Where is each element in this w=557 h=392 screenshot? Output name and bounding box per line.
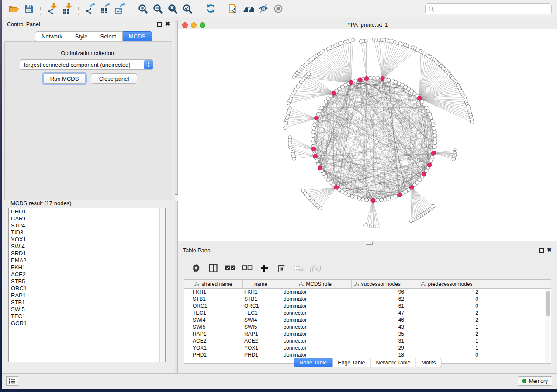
- graph-node[interactable]: [311, 138, 315, 141]
- graph-mcds-node-ACE2[interactable]: [409, 186, 414, 190]
- graph-node[interactable]: [380, 198, 383, 202]
- graph-satellite-node[interactable]: [301, 189, 305, 192]
- cell-shared-name[interactable]: SWI5: [184, 323, 243, 330]
- cell-predecessor-nodes[interactable]: 2: [409, 316, 484, 323]
- float-panel-icon[interactable]: [157, 22, 162, 27]
- graph-mcds-node-PMA2[interactable]: [422, 172, 426, 177]
- mcds-result-item[interactable]: ACE2: [9, 271, 165, 278]
- tab-edge-table[interactable]: Edge Table: [332, 358, 370, 367]
- graph-node[interactable]: [344, 83, 347, 87]
- graph-node[interactable]: [376, 199, 379, 202]
- vertical-splitter[interactable]: [175, 20, 178, 373]
- graph-mcds-node-STB1[interactable]: [349, 80, 353, 85]
- share-document-icon[interactable]: [228, 3, 239, 14]
- zoom-selected-icon[interactable]: [182, 3, 193, 14]
- graph-node[interactable]: [368, 76, 372, 80]
- cell-mcds-role[interactable]: connector: [279, 309, 352, 316]
- graph-node[interactable]: [347, 193, 350, 196]
- cell-successor-nodes[interactable]: 47: [352, 309, 409, 316]
- cell-name[interactable]: ACE2: [243, 337, 279, 344]
- column-header-successor-nodes[interactable]: successor nodes⌄: [352, 280, 409, 288]
- cell-mcds-role[interactable]: dominator: [279, 303, 352, 309]
- graph-node[interactable]: [350, 195, 354, 198]
- network-graph[interactable]: [178, 30, 557, 241]
- cell-successor-nodes[interactable]: 62: [352, 296, 409, 303]
- save-icon[interactable]: [23, 3, 35, 14]
- zoom-out-icon[interactable]: [152, 3, 163, 14]
- column-header-shared-name[interactable]: shared name: [184, 280, 243, 288]
- cell-shared-name[interactable]: YOX1: [184, 344, 243, 351]
- graph-node[interactable]: [397, 82, 401, 85]
- graph-node[interactable]: [428, 112, 431, 116]
- tab-motifs[interactable]: Motifs: [416, 358, 441, 367]
- cell-predecessor-nodes[interactable]: 1: [409, 323, 484, 330]
- cell-shared-name[interactable]: SWI4: [184, 316, 243, 323]
- cell-successor-nodes[interactable]: 29: [352, 344, 409, 351]
- cell-predecessor-nodes[interactable]: 2: [409, 309, 484, 316]
- mcds-result-item[interactable]: SRD1: [9, 250, 165, 257]
- table-row[interactable]: SWI5SWI5connector431: [184, 323, 551, 330]
- graph-node[interactable]: [383, 198, 387, 201]
- cell-predecessor-nodes[interactable]: 0: [409, 296, 484, 303]
- cell-name[interactable]: PHD1: [243, 351, 279, 358]
- graph-mcds-node-TID3[interactable]: [318, 166, 322, 170]
- graph-mcds-node-CAR1[interactable]: [313, 154, 318, 158]
- mcds-result-item[interactable]: ORC1: [9, 285, 165, 292]
- zoom-fit-icon[interactable]: [167, 3, 178, 14]
- mcds-result-item[interactable]: PMA2: [9, 257, 165, 264]
- mcds-result-item[interactable]: FKH1: [9, 264, 165, 271]
- mcds-result-item[interactable]: RAP1: [9, 292, 165, 299]
- cell-shared-name[interactable]: RAP1: [184, 330, 243, 337]
- horizontal-splitter[interactable]: [178, 241, 557, 246]
- column-header-MCDS-role[interactable]: MCDS role: [279, 280, 352, 288]
- tab-select[interactable]: Select: [94, 31, 123, 41]
- graph-mcds-node-TEC1[interactable]: [332, 91, 336, 96]
- graph-node[interactable]: [433, 130, 436, 134]
- binoculars-icon[interactable]: [243, 3, 254, 14]
- cell-shared-name[interactable]: FKH1: [184, 289, 243, 296]
- cell-successor-nodes[interactable]: 96: [352, 289, 409, 296]
- graph-satellite-node[interactable]: [364, 39, 368, 42]
- graph-node[interactable]: [354, 79, 357, 83]
- graph-satellite-node[interactable]: [416, 48, 419, 52]
- graph-satellite-node[interactable]: [307, 72, 310, 76]
- export-network-icon[interactable]: [84, 3, 96, 14]
- graph-mcds-node-YOX1[interactable]: [315, 116, 319, 120]
- graph-node[interactable]: [365, 198, 368, 202]
- graph-node[interactable]: [312, 127, 315, 130]
- graph-satellite-node[interactable]: [409, 219, 413, 222]
- graph-node[interactable]: [429, 116, 433, 119]
- cell-shared-name[interactable]: PHD1: [184, 351, 243, 358]
- graph-node[interactable]: [376, 76, 379, 80]
- table-scrollbar[interactable]: [545, 289, 550, 363]
- graph-node[interactable]: [316, 112, 320, 116]
- graph-mcds-node-ORC1[interactable]: [381, 77, 385, 81]
- graph-node[interactable]: [316, 162, 320, 166]
- mcds-result-item[interactable]: STB1: [9, 299, 165, 306]
- tab-node-table[interactable]: Node Table: [294, 358, 332, 367]
- zoom-in-icon[interactable]: [137, 3, 149, 14]
- search-field[interactable]: [425, 3, 552, 14]
- graph-mcds-node-RAP1[interactable]: [371, 198, 375, 203]
- cell-name[interactable]: RAP1: [243, 330, 279, 337]
- cell-name[interactable]: SWI5: [243, 323, 279, 330]
- graph-node[interactable]: [354, 196, 357, 199]
- cell-name[interactable]: ORC1: [243, 303, 279, 309]
- graph-node[interactable]: [432, 123, 435, 126]
- mcds-result-item[interactable]: YOX1: [9, 236, 165, 243]
- graph-node[interactable]: [387, 78, 390, 82]
- graph-mcds-node-STP4[interactable]: [311, 147, 316, 151]
- export-table-icon[interactable]: [99, 3, 111, 14]
- graph-node[interactable]: [433, 145, 436, 148]
- graph-node[interactable]: [433, 141, 437, 144]
- graph-satellite-node[interactable]: [351, 38, 355, 42]
- graph-mcds-node-STB5[interactable]: [427, 163, 432, 167]
- column-header-predecessor-nodes[interactable]: predecessor nodes: [409, 280, 484, 288]
- graph-mcds-node-PHD1[interactable]: [432, 151, 436, 155]
- table-row[interactable]: STB1STB1dominator620: [184, 296, 551, 303]
- tab-style[interactable]: Style: [69, 31, 94, 41]
- cell-name[interactable]: YOX1: [243, 344, 279, 351]
- graph-node[interactable]: [315, 159, 318, 162]
- mcds-result-item[interactable]: SWI4: [9, 243, 165, 250]
- cell-predecessor-nodes[interactable]: 2: [409, 330, 484, 337]
